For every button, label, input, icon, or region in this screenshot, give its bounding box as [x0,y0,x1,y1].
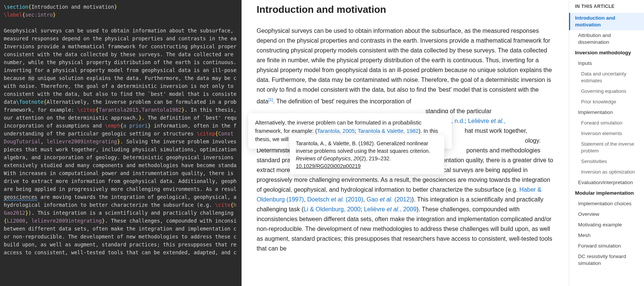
toc-item[interactable]: Forward simulation [569,118,644,128]
toc-item[interactable]: Inversion as optimization [569,167,644,177]
toc-item[interactable]: Inputs [569,58,644,69]
label-arg: sec:intro [25,12,53,18]
citation-link[interactable]: Tarantola & Valette, 1982 [358,128,419,134]
toc-item[interactable]: Governing equations [569,86,644,97]
toc-item[interactable]: Modular implementation [569,188,644,198]
toc-item[interactable]: Implementation choices [569,198,644,209]
citation-link[interactable]: Gao et al. (2012) [367,196,412,203]
toc-item[interactable]: DC resistivity forward simulation [569,251,644,269]
doi-link[interactable]: 10.1029/RG020i002p00219 [296,163,361,169]
footnote-marker[interactable]: [1] [268,97,273,102]
cite-command: \cite [215,202,231,208]
citation-tooltip: Tarantola, A., & Valette, B. (1982). Gen… [290,135,444,174]
toc-item[interactable]: Evaluation/interpretation [569,177,644,188]
toc-list: Introduction and motivationAttribution a… [569,13,644,269]
toc-item[interactable]: Introduction and motivation [569,13,644,30]
toc-item[interactable]: Attribution and dissemination [569,30,644,48]
toc-item[interactable]: Inversion methodology [569,48,644,58]
toc-item[interactable]: Overview [569,209,644,220]
label-command: \label [4,12,22,18]
citation-link[interactable]: Li & Oldenburg, 2000 [304,206,361,212]
toc-item[interactable]: Statement of the inverse problem [569,139,644,156]
toc-item[interactable]: Inversion elements [569,128,644,139]
citation-link[interactable]: Lelièvre et al., 2009 [364,206,417,212]
toc-item[interactable]: Implementation [569,107,644,118]
cursor-word: no [28,75,34,81]
citation-link[interactable]: Doetsch et al. (2010) [307,196,363,203]
section-heading: Introduction and motivation [257,4,554,15]
toc-item[interactable]: Motivating example [569,220,644,230]
toc-item[interactable]: Mesh [569,230,644,241]
latex-source-editor[interactable]: \section{Introduction and motivation} \l… [0,0,242,286]
spellcheck-underline: geosciences [4,194,37,200]
citation-link[interactable]: Lelièvre et al., [468,118,506,124]
citation-link[interactable]: Tarantola, 2005 [317,128,355,134]
toc-item[interactable]: Sensitivities [569,156,644,167]
footnote-command: \footnote [16,99,44,105]
rendered-preview[interactable]: Introduction and motivation Geophysical … [242,0,569,286]
emph-command: \emph [105,123,120,129]
toc-item[interactable]: Prior knowledge [569,97,644,107]
section-command: \section [4,4,28,10]
table-of-contents: IN THIS ARTICLE Introduction and motivat… [569,0,644,286]
toc-item[interactable]: Data and uncertainty estimates [569,69,644,86]
toc-heading: IN THIS ARTICLE [569,4,644,13]
toc-item[interactable]: Forward simulation [569,241,644,251]
citep-command: \citep [77,107,96,113]
section-title-arg: Introduction and motivation [31,4,114,10]
